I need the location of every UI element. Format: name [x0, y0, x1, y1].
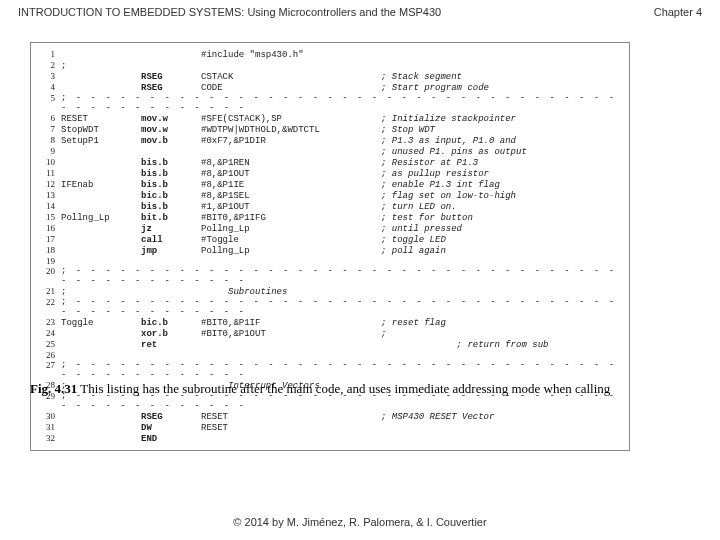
code-line: 23Togglebic.b#BIT0,&P1IF; reset flag: [33, 317, 623, 328]
figure-text: This listing has the subroutine after th…: [77, 381, 610, 396]
code-line: 9; unused P1. pins as output: [33, 146, 623, 157]
code-line: 15Pollng_Lpbit.b#BIT0,&P1IFG; test for b…: [33, 212, 623, 223]
figure-caption: Fig. 4.31 This listing has the subroutin…: [30, 380, 620, 397]
code-line: 13bic.b#8,&P1SEL; flag set on low-to-hig…: [33, 190, 623, 201]
code-line: 18jmpPollng_Lp; poll again: [33, 245, 623, 256]
code-line: 2;: [33, 60, 623, 71]
code-line: 3RSEGCSTACK; Stack segment: [33, 71, 623, 82]
code-line: 30RSEGRESET; MSP430 RESET Vector: [33, 411, 623, 422]
code-line: 32END: [33, 433, 623, 444]
divider-line: 20; - - - - - - - - - - - - - - - - - - …: [33, 266, 623, 286]
code-line: 24xor.b#BIT0,&P1OUT;: [33, 328, 623, 339]
code-line: 4RSEGCODE; Start program code: [33, 82, 623, 93]
code-line: 10bis.b#8,&P1REN; Resistor at P1.3: [33, 157, 623, 168]
copyright-footer: © 2014 by M. Jiménez, R. Palomera, & I. …: [0, 516, 720, 528]
code-line: 8SetupP1mov.b#0xF7,&P1DIR; P1.3 as input…: [33, 135, 623, 146]
code-line: 1#include "msp430.h": [33, 49, 623, 60]
divider-line: 27; - - - - - - - - - - - - - - - - - - …: [33, 360, 623, 380]
code-line: 6RESETmov.w#SFE(CSTACK),SP; Initialize s…: [33, 113, 623, 124]
code-line: 25ret ; return from sub: [33, 339, 623, 350]
chapter-label: Chapter 4: [654, 6, 702, 18]
code-line: 11bis.b#8,&P1OUT; as pullup resistor: [33, 168, 623, 179]
code-line: 19: [33, 256, 623, 266]
divider-line: 5; - - - - - - - - - - - - - - - - - - -…: [33, 93, 623, 113]
code-line: 17call#Toggle; toggle LED: [33, 234, 623, 245]
code-line: 26: [33, 350, 623, 360]
figure-number: Fig. 4.31: [30, 381, 77, 396]
code-line: 16jzPollng_Lp; until pressed: [33, 223, 623, 234]
code-line: 31DWRESET: [33, 422, 623, 433]
page-header: INTRODUCTION TO EMBEDDED SYSTEMS: Using …: [18, 6, 702, 18]
code-line: 12IFEnabbis.b#8,&P1IE; enable P1.3 int f…: [33, 179, 623, 190]
book-title: INTRODUCTION TO EMBEDDED SYSTEMS: Using …: [18, 6, 441, 18]
code-line: 7StopWDTmov.w#WDTPW|WDTHOLD,&WDTCTL; Sto…: [33, 124, 623, 135]
divider-line: 22; - - - - - - - - - - - - - - - - - - …: [33, 297, 623, 317]
code-line: 14bis.b#1,&P1OUT; turn LED on.: [33, 201, 623, 212]
code-line: 21; Subroutines: [33, 286, 623, 297]
